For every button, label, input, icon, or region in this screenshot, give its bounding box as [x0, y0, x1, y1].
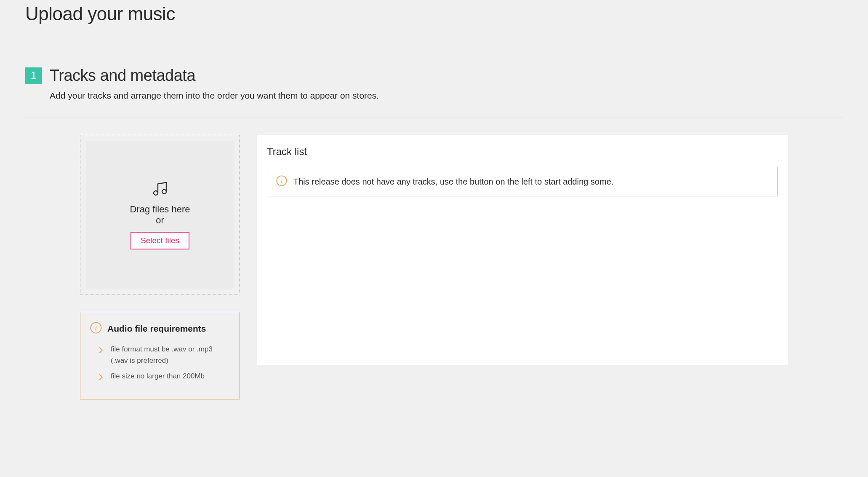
list-item: file format must be .wav or .mp3 (.wav i… [99, 343, 230, 366]
requirement-text: file size no larger than 200Mb [111, 370, 205, 382]
svg-text:i: i [95, 324, 97, 332]
audio-requirements-box: i Audio file requirements file format mu… [80, 312, 240, 399]
track-list-panel: Track list i This release does not have … [257, 135, 788, 365]
step-number-badge: 1 [25, 67, 42, 84]
page-title: Upload your music [25, 0, 843, 24]
list-item: file size no larger than 200Mb [99, 370, 230, 383]
chevron-right-icon [99, 345, 103, 356]
info-icon: i [276, 175, 288, 188]
section-divider [25, 118, 843, 118]
section-subtitle: Add your tracks and arrange them into th… [50, 91, 843, 101]
track-list-title: Track list [267, 146, 778, 158]
dropzone-line2: or [156, 215, 164, 225]
requirements-title: Audio file requirements [107, 324, 206, 334]
dropzone-inner: Drag files here or Select files [86, 141, 234, 289]
svg-point-1 [162, 189, 166, 193]
dropzone-line1: Drag files here [130, 204, 190, 214]
requirements-header: i Audio file requirements [90, 322, 230, 336]
info-icon: i [90, 322, 102, 336]
requirement-text: file format must be .wav or .mp3 (.wav i… [111, 343, 230, 366]
svg-text:i: i [281, 177, 283, 185]
section-title: Tracks and metadata [50, 67, 195, 85]
svg-point-0 [154, 191, 158, 195]
dropzone-text: Drag files here or [130, 204, 190, 226]
content-row: Drag files here or Select files i [80, 135, 788, 399]
select-files-button[interactable]: Select files [130, 232, 189, 249]
left-column: Drag files here or Select files i [80, 135, 240, 399]
track-list-empty-text: This release does not have any tracks, u… [293, 177, 613, 187]
tracks-metadata-section: 1 Tracks and metadata Add your tracks an… [25, 67, 843, 399]
music-note-icon [152, 180, 168, 199]
requirements-list: file format must be .wav or .mp3 (.wav i… [90, 343, 230, 384]
chevron-right-icon [99, 372, 103, 383]
track-list-empty-alert: i This release does not have any tracks,… [267, 167, 778, 196]
section-header: 1 Tracks and metadata [25, 67, 843, 85]
file-dropzone[interactable]: Drag files here or Select files [80, 135, 240, 295]
